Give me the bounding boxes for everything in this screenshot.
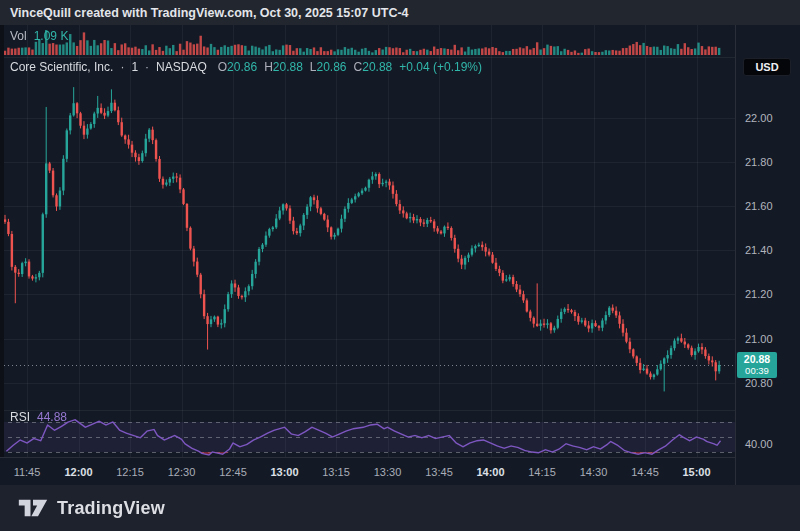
rsi-label: RSI — [10, 410, 30, 424]
time-axis[interactable]: 11:4512:0012:1512:3012:4513:0013:1513:30… — [0, 457, 800, 485]
price-axis[interactable]: USD 22.0021.8021.6021.4021.2021.0020.80 … — [735, 25, 800, 485]
footer-bar: TradingView — [0, 485, 800, 531]
price-axis-label: 21.00 — [745, 333, 773, 345]
time-axis-label: 12:00 — [64, 466, 92, 478]
close-label: C — [354, 60, 363, 74]
high-label: H — [264, 60, 273, 74]
time-axis-label: 14:30 — [580, 466, 608, 478]
time-axis-label: 14:15 — [528, 466, 556, 478]
tradingview-brand[interactable]: TradingView — [57, 498, 165, 519]
symbol-legend: Core Scientific, Inc. · 1 · NASDAQ O20.8… — [10, 60, 482, 74]
time-axis-label: 13:30 — [374, 466, 402, 478]
chart-left-edge — [0, 25, 4, 457]
low-label: L — [310, 60, 317, 74]
time-axis-label: 15:00 — [682, 466, 710, 478]
price-axis-label: 22.00 — [745, 112, 773, 124]
tradingview-chart-screenshot: VinceQuill created with TradingView.com,… — [0, 0, 800, 531]
rsi-value: 44.88 — [37, 410, 67, 424]
volume-value: 1.09 K — [34, 29, 69, 43]
low-value: 20.86 — [317, 60, 347, 74]
attribution-text: VinceQuill created with TradingView.com,… — [10, 6, 409, 20]
ohlc-close: C20.88 — [354, 60, 393, 74]
symbol-name: Core Scientific, Inc. — [10, 60, 113, 74]
chart-area[interactable]: Vol 1.09 K Core Scientific, Inc. · 1 · N… — [0, 25, 800, 485]
high-value: 20.88 — [273, 60, 303, 74]
currency-button[interactable]: USD — [743, 58, 791, 76]
separator-dot: · — [120, 60, 124, 74]
close-value: 20.88 — [362, 60, 392, 74]
open-value: 20.86 — [227, 60, 257, 74]
currency-label: USD — [755, 61, 778, 73]
time-axis-label: 14:00 — [476, 466, 504, 478]
time-axis-label: 13:15 — [322, 466, 350, 478]
time-axis-label: 14:45 — [631, 466, 659, 478]
volume-label: Vol — [10, 29, 27, 43]
ohlc-open: O20.86 — [218, 60, 257, 74]
time-axis-label: 12:45 — [219, 466, 247, 478]
price-axis-label: 21.80 — [745, 156, 773, 168]
price-chart-canvas[interactable] — [0, 25, 735, 457]
time-axis-label: 13:45 — [425, 466, 453, 478]
attribution-bar: VinceQuill created with TradingView.com,… — [0, 0, 800, 25]
time-axis-label: 12:15 — [116, 466, 144, 478]
price-axis-label: 20.80 — [745, 377, 773, 389]
price-axis-label: 21.40 — [745, 244, 773, 256]
rsi-legend: RSI 44.88 — [10, 410, 67, 424]
time-axis-label: 11:45 — [14, 466, 41, 478]
volume-legend: Vol 1.09 K — [10, 29, 68, 43]
bar-countdown: 00:39 — [737, 366, 777, 376]
rsi-axis-label: 40.00 — [745, 438, 773, 450]
symbol-interval: 1 — [131, 60, 138, 74]
tradingview-logo-icon[interactable] — [18, 497, 48, 519]
price-axis-label: 21.60 — [745, 200, 773, 212]
price-axis-label: 21.20 — [745, 288, 773, 300]
open-label: O — [218, 60, 227, 74]
last-price-badge[interactable]: 20.88 00:39 — [737, 352, 777, 378]
time-axis-label: 13:00 — [270, 466, 298, 478]
symbol-exchange: NASDAQ — [156, 60, 207, 74]
ohlc-low: L20.86 — [310, 60, 347, 74]
change-value: +0.04 (+0.19%) — [399, 60, 482, 74]
separator-dot: · — [145, 60, 149, 74]
ohlc-high: H20.88 — [264, 60, 303, 74]
time-axis-label: 12:30 — [168, 466, 196, 478]
